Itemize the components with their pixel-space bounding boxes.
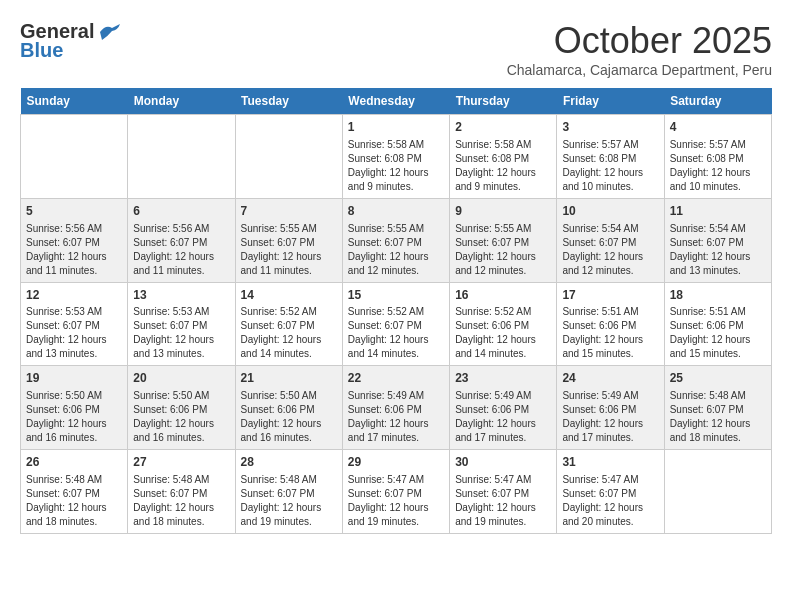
calendar-cell: 16Sunrise: 5:52 AM Sunset: 6:06 PM Dayli… [450, 282, 557, 366]
day-info: Sunrise: 5:57 AM Sunset: 6:08 PM Dayligh… [562, 138, 658, 194]
calendar-cell: 27Sunrise: 5:48 AM Sunset: 6:07 PM Dayli… [128, 450, 235, 534]
day-info: Sunrise: 5:49 AM Sunset: 6:06 PM Dayligh… [562, 389, 658, 445]
calendar-table: SundayMondayTuesdayWednesdayThursdayFrid… [20, 88, 772, 534]
day-info: Sunrise: 5:47 AM Sunset: 6:07 PM Dayligh… [562, 473, 658, 529]
day-number: 16 [455, 287, 551, 304]
day-number: 1 [348, 119, 444, 136]
calendar-cell: 7Sunrise: 5:55 AM Sunset: 6:07 PM Daylig… [235, 198, 342, 282]
day-number: 30 [455, 454, 551, 471]
day-number: 2 [455, 119, 551, 136]
logo: General Blue [20, 20, 120, 62]
month-title: October 2025 [507, 20, 772, 62]
page-header: General Blue October 2025 Chalamarca, Ca… [20, 20, 772, 78]
day-number: 11 [670, 203, 766, 220]
day-number: 22 [348, 370, 444, 387]
calendar-cell: 14Sunrise: 5:52 AM Sunset: 6:07 PM Dayli… [235, 282, 342, 366]
calendar-cell: 25Sunrise: 5:48 AM Sunset: 6:07 PM Dayli… [664, 366, 771, 450]
calendar-cell: 31Sunrise: 5:47 AM Sunset: 6:07 PM Dayli… [557, 450, 664, 534]
day-number: 6 [133, 203, 229, 220]
calendar-cell [235, 115, 342, 199]
calendar-cell: 30Sunrise: 5:47 AM Sunset: 6:07 PM Dayli… [450, 450, 557, 534]
calendar-cell: 15Sunrise: 5:52 AM Sunset: 6:07 PM Dayli… [342, 282, 449, 366]
weekday-header: Monday [128, 88, 235, 115]
day-number: 9 [455, 203, 551, 220]
calendar-cell: 6Sunrise: 5:56 AM Sunset: 6:07 PM Daylig… [128, 198, 235, 282]
day-info: Sunrise: 5:52 AM Sunset: 6:06 PM Dayligh… [455, 305, 551, 361]
logo-blue: Blue [20, 39, 63, 62]
calendar-cell: 3Sunrise: 5:57 AM Sunset: 6:08 PM Daylig… [557, 115, 664, 199]
calendar-cell: 8Sunrise: 5:55 AM Sunset: 6:07 PM Daylig… [342, 198, 449, 282]
day-info: Sunrise: 5:50 AM Sunset: 6:06 PM Dayligh… [241, 389, 337, 445]
day-number: 27 [133, 454, 229, 471]
calendar-cell: 9Sunrise: 5:55 AM Sunset: 6:07 PM Daylig… [450, 198, 557, 282]
calendar-cell: 18Sunrise: 5:51 AM Sunset: 6:06 PM Dayli… [664, 282, 771, 366]
calendar-cell: 13Sunrise: 5:53 AM Sunset: 6:07 PM Dayli… [128, 282, 235, 366]
day-info: Sunrise: 5:58 AM Sunset: 6:08 PM Dayligh… [348, 138, 444, 194]
calendar-cell: 23Sunrise: 5:49 AM Sunset: 6:06 PM Dayli… [450, 366, 557, 450]
day-info: Sunrise: 5:48 AM Sunset: 6:07 PM Dayligh… [241, 473, 337, 529]
calendar-cell: 10Sunrise: 5:54 AM Sunset: 6:07 PM Dayli… [557, 198, 664, 282]
day-info: Sunrise: 5:50 AM Sunset: 6:06 PM Dayligh… [26, 389, 122, 445]
day-number: 8 [348, 203, 444, 220]
day-info: Sunrise: 5:49 AM Sunset: 6:06 PM Dayligh… [348, 389, 444, 445]
calendar-cell: 22Sunrise: 5:49 AM Sunset: 6:06 PM Dayli… [342, 366, 449, 450]
calendar-cell: 20Sunrise: 5:50 AM Sunset: 6:06 PM Dayli… [128, 366, 235, 450]
day-number: 14 [241, 287, 337, 304]
day-info: Sunrise: 5:47 AM Sunset: 6:07 PM Dayligh… [455, 473, 551, 529]
day-info: Sunrise: 5:53 AM Sunset: 6:07 PM Dayligh… [26, 305, 122, 361]
day-info: Sunrise: 5:55 AM Sunset: 6:07 PM Dayligh… [348, 222, 444, 278]
logo-bird-icon [98, 24, 120, 40]
weekday-header: Friday [557, 88, 664, 115]
day-info: Sunrise: 5:54 AM Sunset: 6:07 PM Dayligh… [670, 222, 766, 278]
day-number: 4 [670, 119, 766, 136]
day-info: Sunrise: 5:56 AM Sunset: 6:07 PM Dayligh… [26, 222, 122, 278]
day-info: Sunrise: 5:48 AM Sunset: 6:07 PM Dayligh… [133, 473, 229, 529]
day-info: Sunrise: 5:55 AM Sunset: 6:07 PM Dayligh… [455, 222, 551, 278]
location: Chalamarca, Cajamarca Department, Peru [507, 62, 772, 78]
day-info: Sunrise: 5:51 AM Sunset: 6:06 PM Dayligh… [670, 305, 766, 361]
calendar-cell: 29Sunrise: 5:47 AM Sunset: 6:07 PM Dayli… [342, 450, 449, 534]
calendar-cell [21, 115, 128, 199]
day-number: 29 [348, 454, 444, 471]
day-number: 17 [562, 287, 658, 304]
day-number: 10 [562, 203, 658, 220]
calendar-cell: 5Sunrise: 5:56 AM Sunset: 6:07 PM Daylig… [21, 198, 128, 282]
weekday-header: Thursday [450, 88, 557, 115]
calendar-cell: 21Sunrise: 5:50 AM Sunset: 6:06 PM Dayli… [235, 366, 342, 450]
day-number: 26 [26, 454, 122, 471]
weekday-header: Tuesday [235, 88, 342, 115]
day-number: 3 [562, 119, 658, 136]
day-number: 5 [26, 203, 122, 220]
day-number: 21 [241, 370, 337, 387]
day-info: Sunrise: 5:48 AM Sunset: 6:07 PM Dayligh… [26, 473, 122, 529]
calendar-cell: 26Sunrise: 5:48 AM Sunset: 6:07 PM Dayli… [21, 450, 128, 534]
calendar-header: SundayMondayTuesdayWednesdayThursdayFrid… [21, 88, 772, 115]
day-info: Sunrise: 5:51 AM Sunset: 6:06 PM Dayligh… [562, 305, 658, 361]
day-info: Sunrise: 5:49 AM Sunset: 6:06 PM Dayligh… [455, 389, 551, 445]
day-info: Sunrise: 5:52 AM Sunset: 6:07 PM Dayligh… [348, 305, 444, 361]
day-number: 25 [670, 370, 766, 387]
day-info: Sunrise: 5:52 AM Sunset: 6:07 PM Dayligh… [241, 305, 337, 361]
day-info: Sunrise: 5:53 AM Sunset: 6:07 PM Dayligh… [133, 305, 229, 361]
calendar-cell: 24Sunrise: 5:49 AM Sunset: 6:06 PM Dayli… [557, 366, 664, 450]
weekday-header: Sunday [21, 88, 128, 115]
calendar-cell: 1Sunrise: 5:58 AM Sunset: 6:08 PM Daylig… [342, 115, 449, 199]
weekday-header: Wednesday [342, 88, 449, 115]
calendar-cell: 19Sunrise: 5:50 AM Sunset: 6:06 PM Dayli… [21, 366, 128, 450]
day-number: 15 [348, 287, 444, 304]
calendar-cell: 12Sunrise: 5:53 AM Sunset: 6:07 PM Dayli… [21, 282, 128, 366]
day-info: Sunrise: 5:48 AM Sunset: 6:07 PM Dayligh… [670, 389, 766, 445]
day-number: 12 [26, 287, 122, 304]
day-number: 19 [26, 370, 122, 387]
day-number: 23 [455, 370, 551, 387]
calendar-cell: 4Sunrise: 5:57 AM Sunset: 6:08 PM Daylig… [664, 115, 771, 199]
day-info: Sunrise: 5:47 AM Sunset: 6:07 PM Dayligh… [348, 473, 444, 529]
day-number: 7 [241, 203, 337, 220]
day-number: 20 [133, 370, 229, 387]
weekday-header: Saturday [664, 88, 771, 115]
day-number: 31 [562, 454, 658, 471]
day-number: 24 [562, 370, 658, 387]
calendar-cell: 2Sunrise: 5:58 AM Sunset: 6:08 PM Daylig… [450, 115, 557, 199]
day-info: Sunrise: 5:54 AM Sunset: 6:07 PM Dayligh… [562, 222, 658, 278]
calendar-cell [128, 115, 235, 199]
